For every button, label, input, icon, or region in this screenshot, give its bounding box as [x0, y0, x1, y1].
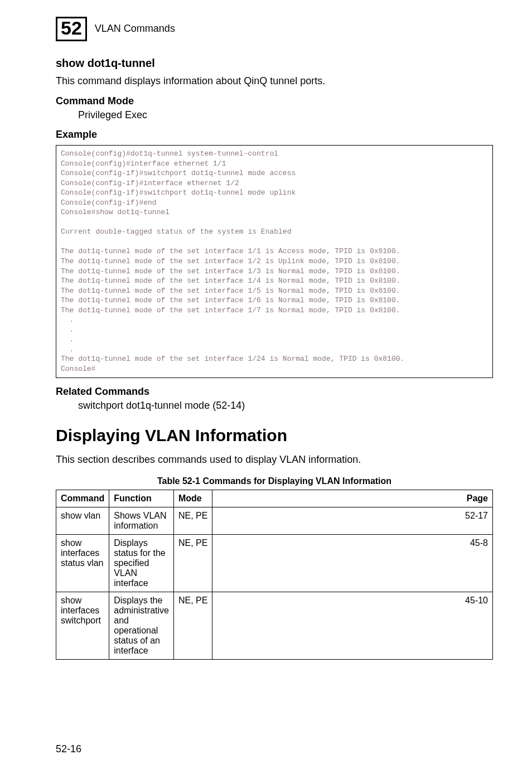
related-commands-heading: Related Commands: [56, 386, 493, 398]
th-page: Page: [212, 490, 493, 507]
th-mode: Mode: [173, 490, 212, 507]
displaying-vlan-description: This section describes commands used to …: [56, 453, 493, 466]
command-mode-heading: Command Mode: [56, 95, 493, 107]
cell-function: Shows VLAN information: [109, 507, 174, 534]
cell-page: 52-17: [212, 507, 493, 534]
section-title: show dot1q-tunnel: [56, 57, 493, 70]
chapter-header: 52 VLAN Commands: [56, 17, 493, 41]
example-code-block: Console(config)#dot1q-tunnel system-tunn…: [56, 145, 493, 378]
th-function: Function: [109, 490, 174, 507]
cell-command: show interfaces switchport: [56, 592, 109, 659]
table-caption: Table 52-1 Commands for Displaying VLAN …: [56, 476, 493, 486]
cell-mode: NE, PE: [173, 592, 212, 659]
table-header-row: Command Function Mode Page: [56, 490, 493, 507]
table-row: show vlan Shows VLAN information NE, PE …: [56, 507, 493, 534]
cell-page: 45-8: [212, 534, 493, 592]
cell-function: Displays the administrative and operatio…: [109, 592, 174, 659]
section-description: This command displays information about …: [56, 74, 493, 88]
cell-function: Displays status for the specified VLAN i…: [109, 534, 174, 592]
cell-mode: NE, PE: [173, 507, 212, 534]
command-mode-value: Privileged Exec: [78, 109, 493, 121]
vlan-info-table: Command Function Mode Page show vlan Sho…: [56, 490, 493, 660]
displaying-vlan-heading: Displaying VLAN Information: [56, 426, 493, 445]
cell-command: show vlan: [56, 507, 109, 534]
cell-command: show interfaces status vlan: [56, 534, 109, 592]
related-commands-value: switchport dot1q-tunnel mode (52-14): [78, 400, 493, 412]
table-row: show interfaces status vlan Displays sta…: [56, 534, 493, 592]
th-command: Command: [56, 490, 109, 507]
cell-mode: NE, PE: [173, 534, 212, 592]
cell-page: 45-10: [212, 592, 493, 659]
chapter-number-box: 52: [56, 17, 87, 41]
example-heading: Example: [56, 129, 493, 141]
page-number: 52-16: [56, 743, 81, 755]
page-container: 52 VLAN Commands show dot1q-tunnel This …: [0, 0, 532, 774]
table-row: show interfaces switchport Displays the …: [56, 592, 493, 659]
chapter-title: VLAN Commands: [95, 23, 175, 35]
